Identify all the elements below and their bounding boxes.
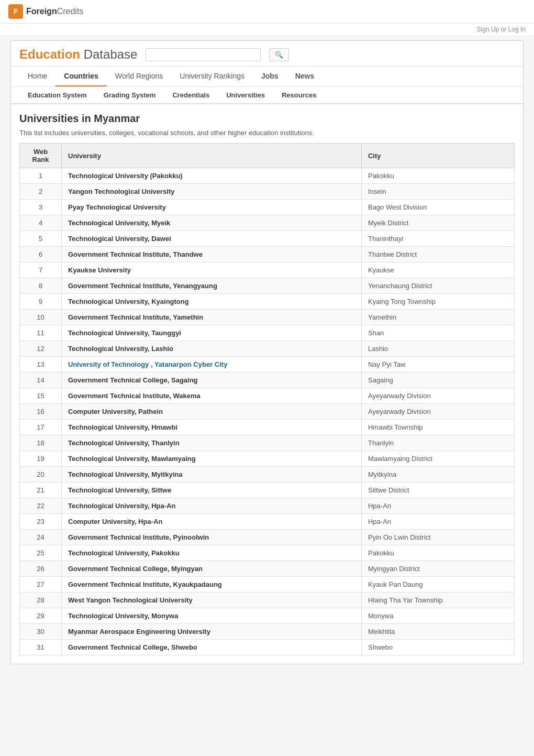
table-row: 19Technological University, MawlamyaingM… [20,451,515,467]
page-description: This list includes universities, college… [19,129,515,137]
city-cell: Nay Pyi Taw [361,357,514,372]
city-cell: Yamethin [361,310,514,325]
university-cell: Government Technical Institute, Yamethin [62,310,362,325]
city-cell: Kyauk Pan Daung [361,577,514,593]
table-row: 4Technological University, MyeikMyeik Di… [20,215,515,231]
table-row: 11Technological University, TaunggyiShan [20,325,515,341]
university-cell: Myanmar Aerospace Engineering University [62,624,362,640]
university-cell: Technological University, Myeik [62,215,362,231]
university-cell: Pyay Technological University [62,200,362,215]
table-row: 1Technological University (Pakokku)Pakok… [20,168,515,184]
university-cell: Government Technical Institute, Yenangya… [62,278,362,294]
table-row: 12Technological University, LashioLashio [20,341,515,357]
nav-world-regions[interactable]: World Regions [107,67,172,86]
nav-grading-system[interactable]: Grading System [95,87,164,103]
edu-header: Education Database 🔍 [11,41,523,67]
search-button[interactable]: 🔍 [269,48,289,61]
auth-or: or [499,26,508,33]
table-row: 23Computer University, Hpa-AnHpa-An [20,514,515,530]
table-row: 7Kyaukse UniversityKyaukse [20,262,515,278]
table-row: 20Technological University, MyitkyinaMyi… [20,467,515,483]
nav-education-system[interactable]: Education System [19,87,95,103]
university-cell: Computer University, Hpa-An [62,514,362,530]
nav-jobs[interactable]: Jobs [253,67,287,86]
rankings-table: Web Rank University City 1Technological … [19,143,515,655]
city-cell: Thantwe District [361,247,514,262]
login-link[interactable]: Log In [508,26,526,33]
university-cell: Government Technical College, Shwebo [62,640,362,655]
city-cell: Monywa [361,608,514,624]
rank-cell: 20 [20,467,62,483]
nav-secondary: Education System Grading System Credenti… [11,87,523,104]
rank-cell: 28 [20,593,62,608]
rank-cell: 1 [20,168,62,184]
edu-title-highlight: Education [19,47,80,61]
nav-primary: Home Countries World Regions University … [11,67,523,87]
rank-cell: 9 [20,294,62,310]
nav-universities[interactable]: Universities [218,87,273,103]
city-cell: Mawlamyaing District [361,451,514,467]
university-cell: Yangon Technological University [62,184,362,200]
rank-cell: 26 [20,561,62,577]
rank-cell: 4 [20,215,62,231]
table-row: 2Yangon Technological UniversityInsein [20,184,515,200]
rank-cell: 12 [20,341,62,357]
search-icon: 🔍 [275,51,283,59]
university-cell[interactable]: University of Technology , Yatanarpon Cy… [62,357,362,372]
logo-foreign: Foreign [26,7,57,16]
rank-cell: 13 [20,357,62,372]
rank-cell: 29 [20,608,62,624]
logo-text: ForeignCredits [26,7,83,16]
logo-icon: F [8,4,23,19]
university-cell: West Yangon Technological University [62,593,362,608]
rank-cell: 3 [20,200,62,215]
university-cell: Government Technical Institute, Pyinoolw… [62,530,362,545]
university-cell: Government Technical Institute, Wakema [62,388,362,404]
logo-area: F ForeignCredits [8,4,83,19]
rank-cell: 25 [20,545,62,561]
university-cell: Technological University, Sittwe [62,483,362,498]
rank-cell: 10 [20,310,62,325]
city-cell: Ayeyarwady Division [361,404,514,420]
table-row: 29Technological University, MonywaMonywa [20,608,515,624]
nav-credentials[interactable]: Credentials [164,87,218,103]
table-row: 25Technological University, PakokkuPakok… [20,545,515,561]
rank-cell: 7 [20,262,62,278]
table-row: 5Technological University, DaweiThaninth… [20,231,515,247]
search-input[interactable] [146,48,261,61]
table-row: 17Technological University, HmawbiHmawbi… [20,420,515,435]
rank-cell: 31 [20,640,62,655]
city-cell: Kyaukse [361,262,514,278]
city-cell: Kyaing Tong Township [361,294,514,310]
rank-cell: 5 [20,231,62,247]
nav-university-rankings[interactable]: University Rankings [171,67,253,86]
city-cell: Meikhtila [361,624,514,640]
city-cell: Myitkyina [361,467,514,483]
table-row: 15Government Technical Institute, Wakema… [20,388,515,404]
university-cell: Technological University, Dawei [62,231,362,247]
nav-countries[interactable]: Countries [55,67,106,86]
rank-cell: 30 [20,624,62,640]
nav-resources[interactable]: Resources [273,87,325,103]
university-cell: Government Technical Institute, Kyaukpad… [62,577,362,593]
nav-news[interactable]: News [287,67,323,86]
rank-cell: 24 [20,530,62,545]
city-cell: Shan [361,325,514,341]
table-row: 18Technological University, ThanlyinThan… [20,435,515,451]
rank-cell: 23 [20,514,62,530]
university-cell: Technological University, Monywa [62,608,362,624]
table-row: 21Technological University, SittweSittwe… [20,483,515,498]
table-row: 13University of Technology , Yatanarpon … [20,357,515,372]
table-row: 27Government Technical Institute, Kyaukp… [20,577,515,593]
nav-home[interactable]: Home [19,67,55,86]
rank-cell: 15 [20,388,62,404]
main-container: Education Database 🔍 Home Countries Worl… [10,40,524,664]
university-cell: Technological University, Mawlamyaing [62,451,362,467]
page-heading: Universities in Myanmar [19,113,515,125]
table-row: 8Government Technical Institute, Yenangy… [20,278,515,294]
signup-link[interactable]: Sign Up [477,26,499,33]
table-row: 22Technological University, Hpa-AnHpa-An [20,498,515,514]
table-row: 14Government Technical College, SagaingS… [20,372,515,388]
city-cell: Pyin Oo Lwin District [361,530,514,545]
rank-cell: 22 [20,498,62,514]
